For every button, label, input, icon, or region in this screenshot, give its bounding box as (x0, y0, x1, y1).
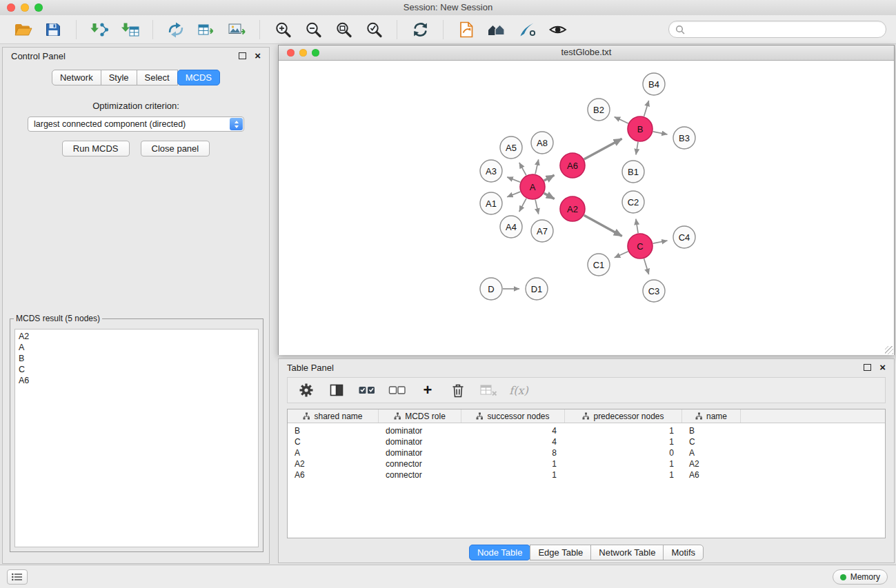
import-network-button[interactable] (86, 19, 112, 41)
edge-A-A7[interactable] (535, 200, 539, 214)
node-A5[interactable]: A5 (500, 136, 522, 159)
zoom-out-button[interactable] (300, 19, 326, 41)
import-table-button[interactable] (117, 19, 143, 41)
close-window-button[interactable] (7, 3, 15, 12)
close-network-window-button[interactable] (287, 49, 295, 57)
node-B3[interactable]: B3 (673, 127, 695, 149)
node-C[interactable]: C (628, 234, 653, 258)
edge-A-A1[interactable] (507, 192, 520, 197)
open-session-button[interactable] (10, 19, 36, 41)
close-table-panel-icon[interactable]: × (879, 363, 886, 372)
node-C2[interactable]: C2 (622, 191, 644, 213)
edge-C-C4[interactable] (653, 241, 668, 243)
tab-mcds[interactable]: MCDS (177, 70, 220, 85)
result-item-C[interactable]: C (15, 364, 258, 375)
export-network-button[interactable] (163, 19, 189, 41)
deselect-all-button[interactable] (386, 380, 409, 401)
tab-motifs[interactable]: Motifs (663, 545, 704, 560)
run-mcds-button[interactable]: Run MCDS (62, 141, 130, 156)
table-settings-button[interactable] (295, 380, 318, 401)
column-header-shared-name[interactable]: shared name (288, 409, 379, 423)
table-row-C[interactable]: Cdominator41C (288, 436, 885, 447)
edge-A6-B[interactable] (584, 139, 622, 159)
resize-grip-icon[interactable] (885, 346, 893, 354)
node-B2[interactable]: B2 (588, 99, 610, 121)
column-header-MCDS-role[interactable]: MCDS role (379, 409, 461, 423)
edge-B-B3[interactable] (653, 132, 668, 134)
tab-edge-table[interactable]: Edge Table (530, 545, 591, 560)
node-A2[interactable]: A2 (560, 196, 585, 221)
network-document-button[interactable] (453, 19, 479, 41)
node-B[interactable]: B (628, 116, 653, 141)
tab-node-table[interactable]: Node Table (469, 545, 531, 560)
node-A8[interactable]: A8 (531, 132, 553, 154)
node-A3[interactable]: A3 (480, 160, 502, 182)
tab-style[interactable]: Style (101, 70, 137, 85)
delete-table-button[interactable] (477, 380, 500, 401)
close-panel-button[interactable]: Close panel (141, 141, 210, 156)
show-hide-button[interactable] (544, 19, 570, 41)
optimization-dropdown[interactable]: largest connected component (directed) (28, 116, 244, 132)
result-item-A[interactable]: A (15, 342, 258, 353)
edge-B-B4[interactable] (644, 101, 649, 116)
edge-A-A5[interactable] (519, 163, 526, 175)
edge-A2-C[interactable] (584, 215, 622, 236)
search-input[interactable] (689, 23, 879, 35)
search-box[interactable] (668, 21, 886, 38)
close-control-panel-icon[interactable]: × (255, 52, 261, 60)
table-row-A2[interactable]: A2connector11A2 (288, 458, 885, 469)
node-D1[interactable]: D1 (526, 278, 548, 300)
zoom-selected-button[interactable] (361, 19, 387, 41)
home-button[interactable] (484, 19, 510, 41)
node-C3[interactable]: C3 (643, 280, 665, 302)
table-row-A6[interactable]: A6connector11A6 (288, 469, 885, 480)
node-A7[interactable]: A7 (531, 220, 553, 242)
network-canvas[interactable]: AA6A2BCA5A8A3A1A4A7B1B2B3B4C1C2C3C4DD1 (279, 61, 894, 355)
node-A[interactable]: A (520, 174, 545, 199)
table-row-A[interactable]: Adominator80A (288, 447, 885, 458)
node-C1[interactable]: C1 (588, 254, 610, 276)
add-column-button[interactable]: + (416, 380, 439, 401)
show-columns-button[interactable] (325, 380, 348, 401)
style-brush-button[interactable] (514, 19, 540, 41)
edge-A-A2[interactable] (544, 193, 555, 199)
edge-A-A6[interactable] (544, 175, 555, 181)
node-B1[interactable]: B1 (622, 161, 644, 183)
tab-network[interactable]: Network (52, 70, 101, 85)
float-panel-icon[interactable] (239, 52, 246, 59)
memory-button[interactable]: Memory (833, 569, 888, 585)
edge-A-A3[interactable] (507, 177, 520, 182)
column-header-successor-nodes[interactable]: successor nodes (461, 409, 565, 423)
edge-B-B2[interactable] (615, 117, 628, 123)
zoom-fit-button[interactable] (330, 19, 357, 41)
maximize-network-window-button[interactable] (312, 49, 319, 57)
result-item-A6[interactable]: A6 (15, 375, 258, 386)
column-header-predecessor-nodes[interactable]: predecessor nodes (565, 409, 682, 423)
edge-B-B1[interactable] (636, 142, 638, 155)
task-history-button[interactable] (7, 569, 28, 585)
table-row-B[interactable]: Bdominator41B (288, 425, 885, 436)
node-A4[interactable]: A4 (500, 216, 522, 238)
node-C4[interactable]: C4 (673, 226, 695, 248)
minimize-network-window-button[interactable] (299, 49, 307, 57)
edge-A-A4[interactable] (519, 199, 526, 212)
select-all-button[interactable] (355, 380, 379, 401)
edge-C-C1[interactable] (615, 252, 628, 258)
result-item-A2[interactable]: A2 (15, 331, 258, 342)
tab-network-table[interactable]: Network Table (590, 545, 664, 560)
node-A1[interactable]: A1 (480, 192, 502, 214)
export-image-button[interactable] (223, 19, 250, 41)
float-table-panel-icon[interactable] (864, 364, 871, 371)
delete-column-button[interactable] (446, 380, 470, 401)
result-item-B[interactable]: B (15, 353, 258, 364)
node-D[interactable]: D (480, 278, 502, 300)
save-session-button[interactable] (40, 19, 66, 41)
network-canvas-svg[interactable]: AA6A2BCA5A8A3A1A4A7B1B2B3B4C1C2C3C4DD1 (279, 61, 894, 355)
edge-C-C3[interactable] (644, 258, 649, 274)
maximize-window-button[interactable] (34, 3, 43, 12)
zoom-in-button[interactable] (270, 19, 296, 41)
minimize-window-button[interactable] (21, 3, 29, 12)
node-B4[interactable]: B4 (643, 73, 665, 95)
apply-layout-button[interactable] (407, 19, 433, 41)
tab-select[interactable]: Select (137, 70, 178, 85)
